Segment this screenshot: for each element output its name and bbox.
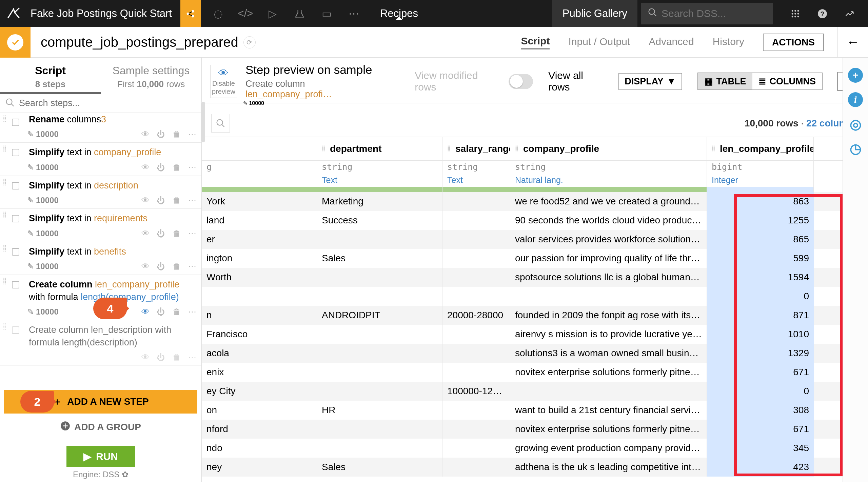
table-row[interactable]: 0	[202, 287, 868, 306]
column-header[interactable]: ⠿⠿company_profile	[510, 137, 707, 160]
power-icon[interactable]: ⏻	[157, 229, 165, 238]
table-row[interactable]: nford novitex enterprise solutions forme…	[202, 420, 868, 439]
view-toggle-switch[interactable]	[509, 74, 533, 89]
table-row[interactable]: ey City 100000-120000 0	[202, 382, 868, 401]
drag-handle-icon[interactable]: ⠿⠿	[712, 147, 716, 151]
rail-plus-icon[interactable]: +	[848, 68, 863, 83]
rail-history-icon[interactable]: ◷	[848, 141, 863, 156]
eye-icon[interactable]: 👁	[141, 229, 150, 238]
actions-button[interactable]: ACTIONS	[763, 34, 824, 51]
global-search[interactable]	[641, 3, 773, 24]
drag-handle-icon[interactable]: ⠿⠿	[3, 117, 7, 122]
trash-icon[interactable]: 🗑	[173, 353, 181, 362]
add-new-step-button[interactable]: 2 ＋ ADD A NEW STEP	[4, 390, 197, 414]
step-checkbox[interactable]	[12, 119, 19, 126]
table-view-button[interactable]: ▦TABLE	[698, 73, 752, 89]
column-header[interactable]: ⠿⠿department	[317, 137, 442, 160]
disable-preview-button[interactable]: 👁 Disablepreview	[210, 65, 237, 98]
step-item[interactable]: ⠿⠿ Create column len_description with fo…	[0, 320, 201, 366]
help-icon[interactable]: ?	[809, 9, 836, 19]
more-icon[interactable]: ⋯	[188, 129, 196, 139]
more-icon[interactable]: ⋯	[188, 196, 196, 205]
step-checkbox[interactable]	[12, 281, 19, 288]
eye-icon[interactable]: 👁	[141, 307, 150, 317]
tab-history[interactable]: History	[713, 36, 744, 49]
eye-icon[interactable]: 👁	[141, 163, 150, 172]
eye-icon[interactable]: 👁	[141, 196, 150, 205]
power-icon[interactable]: ⏻	[157, 163, 165, 172]
more-icon[interactable]: ⋯	[188, 262, 196, 271]
project-name[interactable]: Fake Job Postings Quick Start	[27, 7, 180, 20]
trash-icon[interactable]: 🗑	[173, 307, 181, 317]
step-item[interactable]: ⠿⠿ Rename columns3 ✎10000 👁 ⏻ 🗑 ⋯	[0, 113, 201, 143]
more-icon[interactable]: ⋯	[188, 163, 196, 172]
column-meaning[interactable]: Text	[442, 174, 510, 187]
more-icon[interactable]: ⋯	[188, 229, 196, 238]
column-header[interactable]	[202, 137, 317, 160]
power-icon[interactable]: ⏻	[157, 262, 165, 271]
eye-icon[interactable]: 👁	[141, 129, 150, 139]
tab-advanced[interactable]: Advanced	[649, 36, 694, 49]
engine-label[interactable]: Engine: DSS ✿	[73, 470, 129, 479]
run-button[interactable]: ▶ RUN	[66, 446, 135, 467]
lab-icon[interactable]	[286, 0, 313, 27]
search-input[interactable]	[662, 8, 765, 19]
drag-handle-icon[interactable]: ⠿⠿	[3, 324, 7, 330]
columns-view-button[interactable]: ≣COLUMNS	[752, 73, 822, 89]
table-row[interactable]: on HR want to build a 21st century finan…	[202, 401, 868, 420]
power-icon[interactable]: ⏻	[157, 129, 165, 139]
eye-icon[interactable]: 👁	[141, 353, 150, 362]
power-icon[interactable]: ⏻	[157, 353, 165, 362]
trash-icon[interactable]: 🗑	[173, 196, 181, 205]
trash-icon[interactable]: 🗑	[173, 262, 181, 271]
left-tab-script[interactable]: Script 8 steps	[0, 58, 101, 94]
table-row[interactable]: Francisco airenvy s mission is to provid…	[202, 325, 868, 344]
play-icon[interactable]: ▷	[259, 0, 286, 27]
table-row[interactable]: York Marketing we re food52 and we ve cr…	[202, 192, 868, 211]
drag-handle-icon[interactable]: ⠿⠿	[3, 213, 7, 218]
panel-resize-handle[interactable]	[201, 102, 205, 142]
power-icon[interactable]: ⏻	[157, 196, 165, 205]
trend-icon[interactable]	[836, 9, 863, 19]
rail-chat-icon[interactable]: ◎	[848, 117, 863, 132]
left-tab-sample[interactable]: Sample settings First 10,000 rows	[101, 58, 201, 94]
step-item[interactable]: ⠿⠿ Simplify text in description ✎10000 👁…	[0, 176, 201, 209]
trash-icon[interactable]: 🗑	[173, 229, 181, 238]
search-steps-input[interactable]	[19, 98, 196, 108]
column-meaning[interactable]: Natural lang.	[510, 174, 707, 187]
flow-icon[interactable]: ◌	[205, 0, 232, 27]
back-arrow-icon[interactable]: ←	[837, 27, 868, 57]
tab-script[interactable]: Script	[521, 35, 550, 49]
tab-io[interactable]: Input / Output	[568, 36, 630, 49]
column-meaning[interactable]	[202, 174, 317, 187]
table-row[interactable]: ndo growing event production company pro…	[202, 439, 868, 458]
code-icon[interactable]: </>	[232, 0, 259, 27]
recipes-tab[interactable]: Recipes	[372, 7, 427, 20]
step-item[interactable]: ⠿⠿ Simplify text in company_profile ✎100…	[0, 143, 201, 176]
power-icon[interactable]: ⏻	[157, 307, 165, 317]
drag-handle-icon[interactable]: ⠿⠿	[447, 147, 451, 151]
column-meaning[interactable]: Integer	[707, 174, 814, 187]
table-row[interactable]: ington Sales our passion for improving q…	[202, 249, 868, 268]
more-icon[interactable]: ⋯	[188, 353, 196, 362]
column-meaning[interactable]: Text	[317, 174, 442, 187]
more-icon[interactable]: ⋯	[340, 0, 368, 27]
add-group-button[interactable]: ADD A GROUP	[4, 417, 197, 437]
drag-handle-icon[interactable]: ⠿⠿	[515, 147, 519, 151]
step-checkbox[interactable]	[12, 248, 19, 256]
step-item[interactable]: ⠿⠿ Simplify text in benefits ✎10000 👁 ⏻ …	[0, 242, 201, 275]
apps-icon[interactable]	[782, 9, 809, 19]
table-row[interactable]: acola solutions3 is a woman owned small …	[202, 344, 868, 363]
logo[interactable]	[0, 7, 27, 20]
public-gallery[interactable]: Public Gallery	[552, 0, 637, 27]
table-row[interactable]: er valor services provides workforce sol…	[202, 230, 868, 249]
table-row[interactable]: land Success 90 seconds the worlds cloud…	[202, 211, 868, 230]
trash-icon[interactable]: 🗑	[173, 129, 181, 139]
table-row[interactable]: n ANDROIDPIT 20000-28000 founded in 2009…	[202, 306, 868, 325]
step-checkbox[interactable]	[12, 182, 19, 189]
share-icon[interactable]	[180, 0, 201, 27]
step-item[interactable]: ⠿⠿ Create column len_company_profile wit…	[0, 275, 201, 320]
reload-icon[interactable]: ⟳	[243, 36, 256, 48]
column-header[interactable]: ⠿⠿len_company_profile	[707, 137, 814, 160]
step-checkbox[interactable]	[12, 215, 19, 222]
